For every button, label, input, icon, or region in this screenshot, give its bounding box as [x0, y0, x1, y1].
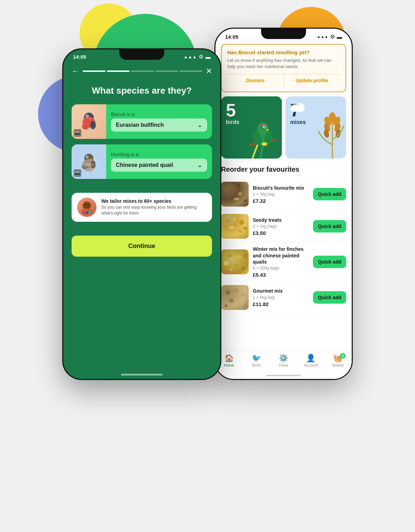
continue-button[interactable]: Continue [72, 236, 212, 257]
reorder-section-title: Reorder your favourites [215, 165, 352, 173]
product-name-2: Seedy treats [253, 217, 309, 223]
svg-point-75 [243, 304, 247, 307]
svg-point-51 [234, 198, 239, 200]
product-qty-4: 1 × 6kg bag [253, 295, 309, 300]
svg-point-62 [228, 254, 232, 258]
account-icon: 👤 [306, 354, 315, 362]
back-button[interactable]: ← [72, 67, 79, 76]
wifi-icon-right: ⊙ [330, 34, 335, 40]
birds-stat-card[interactable]: 5 birds [221, 96, 282, 159]
product-image-1 [221, 182, 249, 207]
svg-rect-23 [86, 212, 89, 214]
phones-wrapper: 14:05 ▲▲▲ ⊙ ▬ ← ✕ What spec [0, 28, 415, 380]
svg-point-55 [226, 219, 230, 223]
product-name-1: Biscuit's favourite mix [253, 185, 309, 191]
dismiss-button[interactable]: Dismiss [227, 74, 284, 87]
product-seed-svg-4 [221, 285, 249, 310]
info-text: We tailor mixes to 60+ species So you ca… [101, 198, 206, 216]
svg-point-48 [236, 183, 240, 187]
mixes-illustration [313, 110, 344, 159]
product-seed-svg-1 [221, 182, 249, 207]
svg-point-54 [238, 192, 242, 196]
quick-add-button-1[interactable]: Quick add [313, 188, 346, 200]
product-price-1: £7.32 [253, 198, 309, 204]
svg-point-4 [90, 121, 96, 129]
quick-add-button-2[interactable]: Quick add [313, 220, 346, 232]
quick-add-button-3[interactable]: Quick add [313, 256, 346, 268]
svg-point-3 [82, 124, 89, 130]
svg-point-56 [233, 217, 237, 221]
product-seed-svg-2 [221, 214, 249, 239]
product-item-2: Seedy treats 2 × 1kg bags £3.50 Quick ad… [215, 210, 352, 243]
species-name-biscuit: Eurasian bullfinch [116, 122, 164, 128]
advisor-face [78, 199, 95, 216]
product-info-3: Winter mix for finches and chinese paint… [253, 246, 309, 278]
product-price-2: £3.50 [253, 230, 309, 236]
species-card-biscuit: 📷 Biscuit is a: Eurasian bullfinch ⌄ [72, 104, 212, 139]
info-title: We tailor mixes to 60+ species [101, 198, 206, 204]
svg-point-73 [238, 301, 244, 304]
basket-badge-wrapper: 🧺 2 [333, 354, 343, 362]
svg-point-68 [230, 268, 233, 271]
svg-point-61 [243, 227, 248, 230]
svg-point-74 [225, 304, 228, 307]
account-label: Account [304, 363, 318, 367]
left-phone-content: ← ✕ What species are they? [63, 60, 220, 227]
left-phone: 14:05 ▲▲▲ ⊙ ▬ ← ✕ What spec [62, 48, 221, 380]
advisor-avatar [77, 198, 96, 217]
svg-point-21 [87, 204, 89, 206]
nav-feed[interactable]: ⚙️ Feed [270, 354, 297, 367]
svg-point-65 [224, 261, 229, 266]
home-indicator-left [121, 374, 163, 376]
signal-icon: ▲▲▲ [183, 54, 197, 59]
product-seed-svg-3 [221, 249, 249, 274]
product-name-3: Winter mix for finches and chinese paint… [253, 246, 309, 265]
svg-point-60 [225, 231, 228, 234]
phone-notch-left [119, 49, 164, 60]
home-indicator-right [266, 375, 301, 376]
camera-icon-humbug[interactable]: 📷 [74, 169, 81, 177]
svg-point-69 [226, 291, 230, 295]
nav-birds[interactable]: 🐦 Birds [243, 354, 270, 367]
product-list: Biscuit's favourite mix 1 × 3kg bag £7.3… [215, 178, 352, 314]
alert-text: Let us know if anything has changed, so … [227, 57, 340, 70]
product-qty-3: 6 × 500g bags [253, 266, 309, 270]
svg-point-16 [86, 156, 88, 158]
home-label: Home [224, 363, 234, 367]
species-dropdown-biscuit[interactable]: Eurasian bullfinch ⌄ [111, 118, 207, 132]
svg-point-33 [262, 142, 267, 146]
alert-banner: Has Biscuit started moulting yet? Let us… [221, 44, 346, 92]
bird-label-humbug: Humbug is a: [111, 152, 207, 157]
battery-icon: ▬ [205, 54, 211, 60]
right-phone: 14:05 ▲▲▲ ⊙ ▬ Has Biscuit started moulti… [214, 28, 353, 380]
product-item-1: Biscuit's favourite mix 1 × 3kg bag £7.3… [215, 178, 352, 210]
progress-indicator [83, 70, 202, 72]
species-card-top-2: 📷 Humbug is a: Chinese painted quail ⌄ [72, 144, 212, 179]
nav-basket[interactable]: 🧺 2 Basket [324, 354, 352, 367]
nav-account[interactable]: 👤 Account [297, 354, 324, 367]
product-info-2: Seedy treats 2 × 1kg bags £3.50 [253, 217, 309, 236]
camera-icon-biscuit[interactable]: 📷 [74, 129, 81, 137]
update-profile-button[interactable]: Update profile [284, 74, 340, 87]
product-price-3: £5.43 [253, 272, 309, 278]
time-right: 14:05 [225, 34, 238, 40]
birds-illustration [244, 114, 282, 159]
product-image-3 [221, 249, 249, 274]
dropdown-arrow-biscuit: ⌄ [197, 121, 202, 129]
battery-icon-right: ▬ [337, 34, 342, 40]
info-banner: We tailor mixes to 60+ species So you ca… [72, 193, 212, 222]
basket-count-badge: 2 [340, 353, 345, 359]
home-icon: 🏠 [224, 354, 234, 362]
right-content: Has Biscuit started moulting yet? Let us… [215, 40, 352, 369]
svg-rect-45 [221, 182, 249, 207]
svg-point-70 [235, 288, 238, 292]
svg-rect-22 [83, 212, 86, 214]
mixes-stat-card[interactable]: 7 mixes [285, 96, 346, 159]
progress-dot-2 [107, 70, 130, 72]
quick-add-button-4[interactable]: Quick add [313, 291, 346, 304]
close-button[interactable]: ✕ [206, 67, 212, 76]
cloud-illustration [289, 102, 306, 112]
species-dropdown-humbug[interactable]: Chinese painted quail ⌄ [111, 159, 207, 172]
species-info-humbug: Humbug is a: Chinese painted quail ⌄ [106, 144, 212, 179]
species-info-biscuit: Biscuit is a: Eurasian bullfinch ⌄ [106, 104, 212, 139]
